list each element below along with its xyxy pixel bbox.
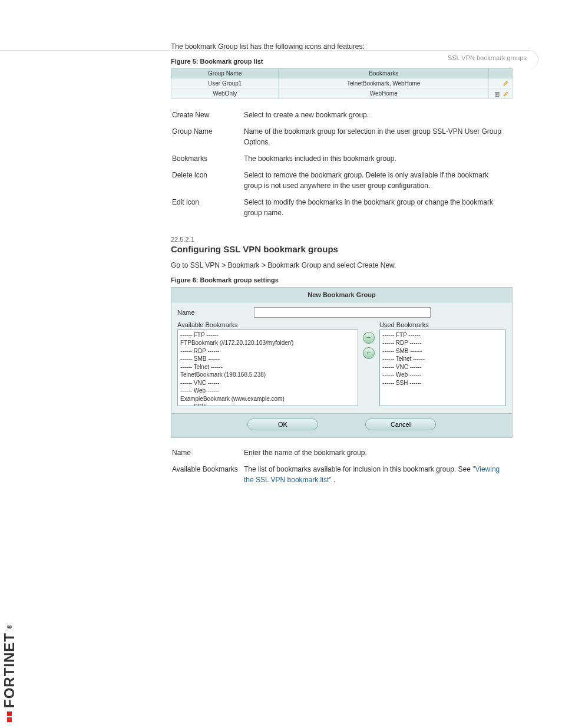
fortinet-brand: FORTINET®	[1, 624, 18, 722]
list-item[interactable]: ------ Web ------	[180, 387, 355, 395]
def-edit-term: Edit icon	[172, 195, 243, 220]
dialog-title: New Bookmark Group	[171, 288, 512, 302]
figure-6-caption: Figure 6: Bookmark group settings	[171, 276, 513, 284]
section-number: 22.5.2.1	[171, 236, 513, 243]
list-item[interactable]: TelnetBookmark (198.168.5.238)	[180, 371, 355, 379]
list-item[interactable]: ------ SMB ------	[382, 347, 503, 355]
table-cell-group: User Group1	[171, 78, 279, 88]
header-breadcrumb: SSL VPN bookmark groups	[448, 54, 527, 61]
th-bookmarks: Bookmarks	[279, 69, 489, 78]
list-item[interactable]: ------ Telnet ------	[382, 355, 503, 363]
list-item[interactable]: ------ SSH ------	[382, 379, 503, 387]
def2-name-desc: Enter the name of the bookmark group.	[244, 445, 511, 460]
def-edit-desc: Select to modify the bookmarks in the bo…	[244, 195, 511, 220]
name-label: Name	[177, 309, 254, 316]
cancel-button[interactable]: Cancel	[365, 419, 436, 430]
used-bookmarks-label: Used Bookmarks	[379, 321, 506, 328]
move-right-button[interactable]: →	[363, 332, 375, 344]
used-bookmarks-list[interactable]: ------ FTP ------------ RDP ------------…	[379, 330, 506, 406]
edit-icon[interactable]	[503, 80, 510, 86]
def-bookmarks-term: Bookmarks	[172, 151, 243, 166]
list-item[interactable]: ------ VNC ------	[382, 363, 503, 371]
table-cell-bookmarks: WebHome	[279, 88, 489, 98]
table-cell-group: WebOnly	[171, 88, 279, 98]
def-create-term: Create New	[172, 107, 243, 123]
bookmark-group-table: Group Name Bookmarks User Group1TelnetBo…	[171, 68, 513, 99]
delete-icon[interactable]	[494, 90, 501, 96]
th-group-name: Group Name	[171, 69, 279, 78]
def-groupname-term: Group Name	[172, 124, 243, 150]
definitions-1: Create NewSelect to create a new bookmar…	[171, 106, 513, 222]
available-bookmarks-list[interactable]: ------ FTP ------FTPBookmark (//172.20.1…	[177, 330, 358, 406]
list-item[interactable]: ------ RDP ------	[180, 347, 355, 355]
available-bookmarks-label: Available Bookmarks	[177, 321, 358, 328]
definitions-2: NameEnter the name of the bookmark group…	[171, 444, 513, 489]
def-delete-desc: Select to remove the bookmark group. Del…	[244, 167, 511, 193]
table-cell-bookmarks: TelnetBookmark, WebHome	[279, 78, 489, 88]
move-left-button[interactable]: ←	[363, 347, 375, 359]
list-item[interactable]: ------ Web ------	[382, 371, 503, 379]
list-item[interactable]: ------ RDP ------	[382, 339, 503, 347]
edit-icon[interactable]	[503, 90, 510, 96]
def-delete-term: Delete icon	[172, 167, 243, 193]
list-item[interactable]: ------ Telnet ------	[180, 363, 355, 371]
list-item[interactable]: ------ SSH ------	[180, 403, 355, 406]
new-bookmark-group-dialog: New Bookmark Group Name Available Bookma…	[171, 287, 513, 438]
def2-avail-desc: The list of bookmarks available for incl…	[244, 462, 511, 487]
def-create-desc: Select to create a new bookmark group.	[244, 107, 511, 123]
def-groupname-desc: Name of the bookmark group for selection…	[244, 124, 511, 150]
def2-avail-term: Available Bookmarks	[172, 462, 243, 487]
ok-button[interactable]: OK	[247, 419, 318, 430]
section-title: Configuring SSL VPN bookmark groups	[171, 244, 513, 254]
def-bookmarks-desc: The bookmarks included in this bookmark …	[244, 151, 511, 166]
fortinet-logo-icon	[7, 711, 12, 722]
list-item[interactable]: ExampleBookmark (www.example.com)	[180, 395, 355, 403]
list-item[interactable]: ------ SMB ------	[180, 355, 355, 363]
list-item[interactable]: ------ VNC ------	[180, 379, 355, 387]
nav-instruction: Go to SSL VPN > Bookmark > Bookmark Grou…	[171, 260, 513, 271]
name-input[interactable]	[254, 307, 431, 318]
list-item[interactable]: ------ FTP ------	[382, 331, 503, 340]
list-item[interactable]: ------ FTP ------	[180, 331, 355, 340]
list-item[interactable]: FTPBookmark (//172.20.120.103/myfolder/)	[180, 339, 355, 347]
def2-name-term: Name	[172, 445, 243, 460]
